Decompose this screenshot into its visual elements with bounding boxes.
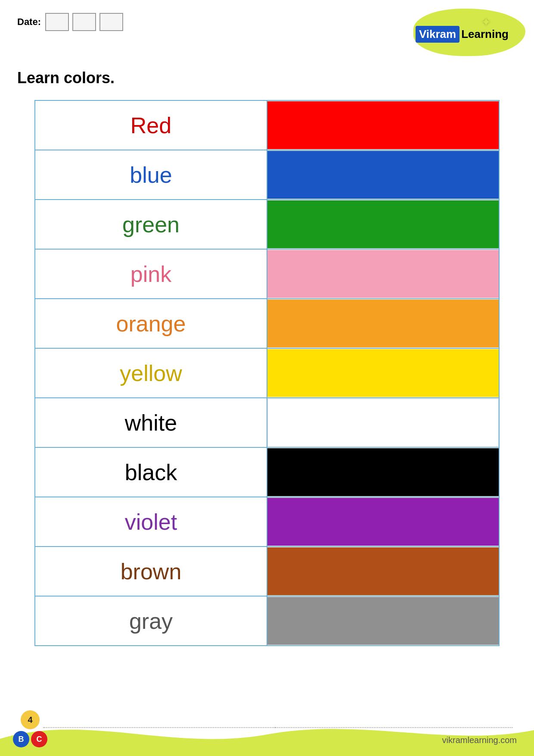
color-name-cell: white (35, 398, 267, 447)
table-row: blue (35, 150, 499, 200)
color-name-cell: black (35, 447, 267, 497)
color-name-cell: brown (35, 547, 267, 596)
color-swatch (267, 498, 499, 546)
color-swatch-cell (267, 150, 499, 200)
color-name-cell: green (35, 200, 267, 249)
table-row: black (35, 447, 499, 497)
color-swatch-cell (267, 348, 499, 398)
logo-text: Vikram Learning (416, 26, 510, 43)
color-name-cell: pink (35, 249, 267, 299)
color-swatch-cell (267, 497, 499, 547)
date-boxes (45, 13, 123, 31)
color-swatch-cell (267, 547, 499, 596)
color-name-cell: Red (35, 100, 267, 150)
footer-circle-b: B (13, 731, 29, 747)
footer-circle-c: C (31, 731, 47, 747)
date-area: Date: (17, 13, 123, 31)
color-swatch (267, 300, 499, 347)
color-swatch (267, 101, 499, 149)
color-table: Redbluegreenpinkorangeyellowwhiteblackvi… (34, 100, 500, 646)
logo-vikram: Vikram (416, 26, 459, 43)
table-row: Red (35, 100, 499, 150)
footer-circle-a: 4 (21, 710, 40, 729)
page-title: Learn colors. (0, 60, 534, 100)
table-row: brown (35, 547, 499, 596)
footer-wave (0, 704, 534, 756)
color-name-cell: blue (35, 150, 267, 200)
date-box-1[interactable] (45, 13, 69, 31)
color-swatch-cell (267, 100, 499, 150)
table-row: orange (35, 299, 499, 348)
table-row: gray (35, 596, 499, 646)
color-swatch-cell (267, 596, 499, 646)
footer-icons: 4 B C (13, 710, 47, 747)
table-row: white (35, 398, 499, 447)
footer-circles-bc: B C (13, 731, 47, 747)
color-swatch-cell (267, 447, 499, 497)
color-swatch (267, 250, 499, 298)
logo-area: ✦ Vikram Learning (396, 13, 517, 56)
color-swatch-cell (267, 200, 499, 249)
color-swatch-cell (267, 249, 499, 299)
color-name-cell: gray (35, 596, 267, 646)
color-swatch (267, 399, 499, 447)
color-swatch-cell (267, 398, 499, 447)
color-swatch (267, 597, 499, 645)
color-table-wrapper: Redbluegreenpinkorangeyellowwhiteblackvi… (0, 100, 534, 646)
table-row: violet (35, 497, 499, 547)
color-name-cell: violet (35, 497, 267, 547)
star-icon: ✦ (481, 15, 491, 29)
table-row: green (35, 200, 499, 249)
color-swatch (267, 547, 499, 595)
color-swatch (267, 151, 499, 199)
color-swatch (267, 349, 499, 397)
table-row: pink (35, 249, 499, 299)
date-label: Date: (17, 16, 41, 28)
color-name-cell: orange (35, 299, 267, 348)
color-swatch-cell (267, 299, 499, 348)
color-swatch (267, 448, 499, 496)
date-box-3[interactable] (99, 13, 123, 31)
footer-website: vikramlearning.com (442, 735, 517, 745)
color-name-cell: yellow (35, 348, 267, 398)
table-row: yellow (35, 348, 499, 398)
footer: 4 B C vikramlearning.com (0, 704, 534, 756)
date-box-2[interactable] (72, 13, 96, 31)
header: Date: ✦ Vikram Learning (0, 0, 534, 60)
color-swatch (267, 200, 499, 248)
